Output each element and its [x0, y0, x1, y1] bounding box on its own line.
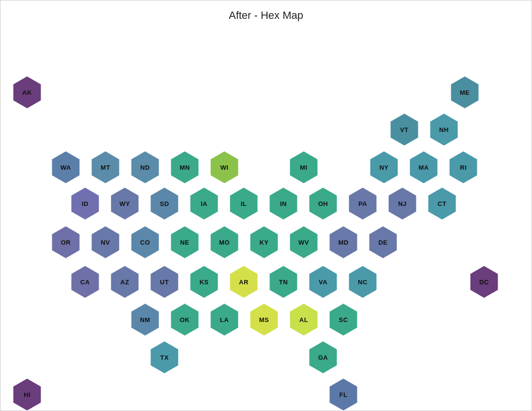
state-label-wy: WY — [119, 200, 130, 207]
hex-state-ia: IA — [188, 187, 221, 220]
state-label-ct: CT — [438, 200, 446, 207]
hex-state-wy: WY — [108, 187, 141, 220]
state-label-wi: WI — [221, 164, 229, 171]
state-label-az: AZ — [120, 279, 129, 286]
hex-state-tn: TN — [267, 265, 300, 298]
state-label-ia: IA — [201, 200, 207, 207]
hex-state-wi: WI — [208, 151, 241, 184]
state-label-nh: NH — [439, 126, 449, 133]
state-label-la: LA — [220, 316, 229, 323]
hex-state-tx: TX — [148, 341, 181, 374]
hex-state-ky: KY — [248, 226, 281, 259]
hex-map: AKHIMEVTNHWAMTNDMNWIMINYMARIIDWYSDIAILIN… — [0, 29, 532, 411]
hex-state-md: MD — [327, 226, 360, 259]
hex-state-mo: MO — [208, 226, 241, 259]
hex-state-vt: VT — [388, 113, 421, 146]
state-label-pa: PA — [358, 200, 367, 207]
hex-state-nd: ND — [129, 151, 162, 184]
state-label-ny: NY — [379, 164, 388, 171]
state-label-ks: KS — [199, 279, 208, 286]
hex-state-nj: NJ — [386, 187, 419, 220]
hex-state-al: AL — [287, 303, 320, 336]
state-label-mi: MI — [300, 164, 307, 171]
hex-state-ut: UT — [148, 265, 181, 298]
state-label-de: DE — [378, 239, 387, 246]
hex-state-in: IN — [267, 187, 300, 220]
hex-state-sc: SC — [327, 303, 360, 336]
state-label-vt: VT — [400, 126, 409, 133]
state-label-hi: HI — [24, 391, 30, 398]
state-label-ky: KY — [259, 239, 268, 246]
state-label-ar: AR — [239, 279, 249, 286]
state-label-me: ME — [460, 89, 470, 96]
hex-state-ak: AK — [11, 76, 44, 109]
state-label-md: MD — [338, 239, 348, 246]
hex-state-mt: MT — [89, 151, 122, 184]
state-label-ri: RI — [460, 164, 467, 171]
hex-state-id: ID — [69, 187, 102, 220]
hex-state-ga: GA — [307, 341, 340, 374]
hex-state-me: ME — [448, 76, 481, 109]
hex-state-oh: OH — [307, 187, 340, 220]
state-label-ak: AK — [22, 89, 32, 96]
hex-state-or: OR — [49, 226, 82, 259]
state-label-co: CO — [140, 239, 150, 246]
hex-state-dc: DC — [468, 265, 501, 298]
state-label-id: ID — [82, 200, 89, 207]
hex-state-nh: NH — [428, 113, 460, 146]
hex-state-ne: NE — [168, 226, 201, 259]
hex-state-nc: NC — [346, 265, 379, 298]
chart-title: After - Hex Map — [0, 0, 532, 22]
hex-state-ks: KS — [188, 265, 221, 298]
state-label-il: IL — [241, 200, 247, 207]
hex-state-nv: NV — [89, 226, 122, 259]
state-label-ne: NE — [180, 239, 189, 246]
hex-state-ar: AR — [227, 265, 260, 298]
state-label-dc: DC — [479, 279, 489, 286]
state-label-tx: TX — [160, 354, 169, 361]
hex-state-mi: MI — [287, 151, 320, 184]
hex-state-ms: MS — [248, 303, 281, 336]
state-label-nd: ND — [140, 164, 150, 171]
state-label-al: AL — [299, 316, 308, 323]
state-label-or: OR — [61, 239, 71, 246]
state-label-mn: MN — [179, 164, 190, 171]
state-label-nj: NJ — [398, 200, 407, 207]
hex-state-pa: PA — [346, 187, 379, 220]
state-label-sc: SC — [339, 316, 348, 323]
hex-state-ri: RI — [447, 151, 480, 184]
state-label-nv: NV — [101, 239, 110, 246]
hex-state-la: LA — [208, 303, 241, 336]
hex-state-fl: FL — [327, 378, 360, 411]
hex-state-az: AZ — [108, 265, 141, 298]
state-label-in: IN — [280, 200, 287, 207]
state-label-mt: MT — [101, 164, 110, 171]
hex-state-il: IL — [227, 187, 260, 220]
state-label-va: VA — [319, 279, 327, 286]
state-label-ut: UT — [160, 279, 169, 286]
hex-state-hi: HI — [11, 378, 44, 411]
hex-state-sd: SD — [148, 187, 181, 220]
state-label-tn: TN — [279, 279, 288, 286]
state-label-ok: OK — [180, 316, 190, 323]
state-label-mo: MO — [219, 239, 230, 246]
state-label-wa: WA — [60, 164, 71, 171]
state-label-sd: SD — [160, 200, 169, 207]
chart-container: After - Hex Map AKHIMEVTNHWAMTNDMNWIMINY… — [0, 0, 532, 411]
state-label-nm: NM — [140, 316, 150, 323]
state-label-fl: FL — [340, 391, 348, 398]
hex-state-nm: NM — [129, 303, 162, 336]
hex-state-ct: CT — [426, 187, 458, 220]
hex-state-ok: OK — [168, 303, 201, 336]
hex-state-va: VA — [307, 265, 340, 298]
state-label-ga: GA — [318, 354, 328, 361]
state-label-ms: MS — [259, 316, 269, 323]
hex-state-mn: MN — [168, 151, 201, 184]
hex-state-wa: WA — [49, 151, 82, 184]
hex-state-ma: MA — [407, 151, 440, 184]
state-label-wv: WV — [298, 239, 309, 246]
hex-state-ca: CA — [69, 265, 102, 298]
hex-state-wv: WV — [287, 226, 320, 259]
state-label-ma: MA — [418, 164, 429, 171]
state-label-oh: OH — [318, 200, 328, 207]
